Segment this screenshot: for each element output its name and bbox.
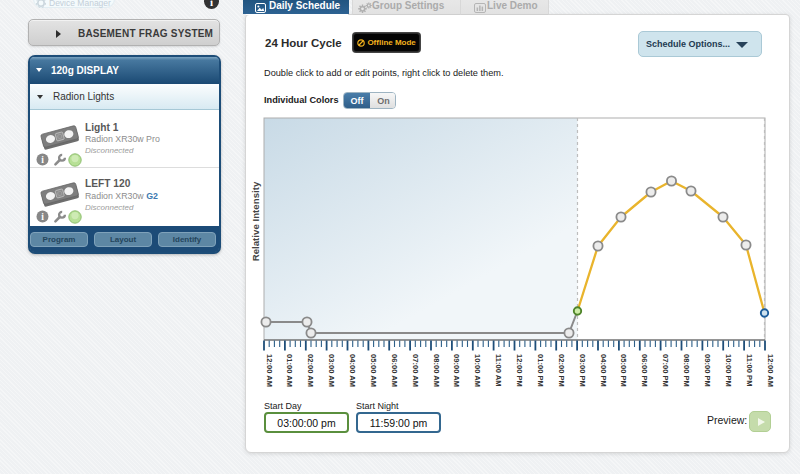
svg-text:09:00 AM: 09:00 AM: [452, 354, 461, 387]
svg-text:04:00 PM: 04:00 PM: [599, 354, 608, 387]
svg-text:01:00 PM: 01:00 PM: [536, 354, 545, 387]
svg-text:06:00 PM: 06:00 PM: [640, 354, 649, 387]
svg-text:i: i: [41, 155, 44, 165]
svg-text:05:00 PM: 05:00 PM: [619, 354, 628, 387]
svg-text:03:00 PM: 03:00 PM: [578, 354, 587, 387]
svg-text:09:00 PM: 09:00 PM: [703, 354, 712, 387]
svg-text:12:00 AM: 12:00 AM: [766, 354, 775, 387]
svg-text:03:00 AM: 03:00 AM: [327, 354, 336, 387]
svg-text:08:00 AM: 08:00 AM: [432, 354, 441, 387]
svg-text:02:00 PM: 02:00 PM: [557, 354, 566, 387]
svg-text:08:00 PM: 08:00 PM: [682, 354, 691, 387]
svg-text:05:00 AM: 05:00 AM: [369, 354, 378, 387]
svg-text:07:00 AM: 07:00 AM: [411, 354, 420, 387]
svg-text:06:00 AM: 06:00 AM: [390, 354, 399, 387]
svg-text:11:00 AM: 11:00 AM: [494, 354, 503, 387]
svg-text:11:00 PM: 11:00 PM: [745, 354, 754, 387]
svg-text:07:00 PM: 07:00 PM: [661, 354, 670, 387]
svg-text:02:00 AM: 02:00 AM: [306, 354, 315, 387]
svg-text:10:00 AM: 10:00 AM: [473, 354, 482, 387]
svg-text:12:00 PM: 12:00 PM: [515, 354, 524, 387]
svg-text:10:00 PM: 10:00 PM: [724, 354, 733, 387]
svg-text:12:00 AM: 12:00 AM: [265, 354, 274, 387]
svg-text:i: i: [41, 212, 44, 222]
svg-text:04:00 AM: 04:00 AM: [348, 354, 357, 387]
svg-text:01:00 AM: 01:00 AM: [285, 354, 294, 387]
